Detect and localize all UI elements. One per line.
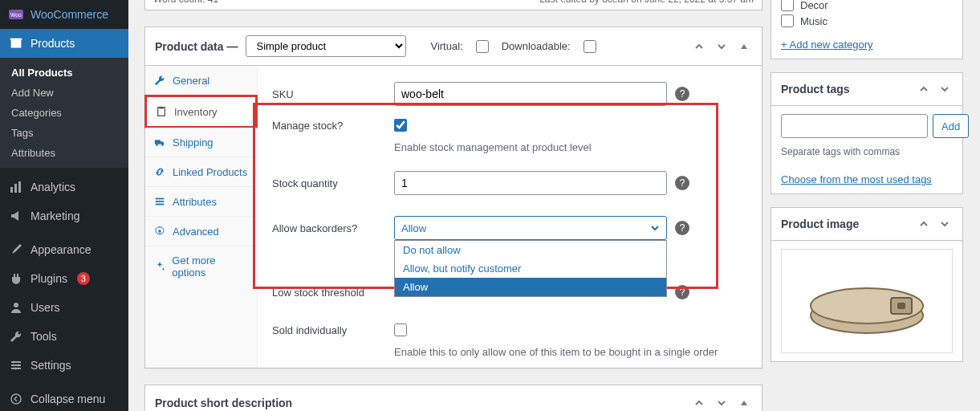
editor-status-bar: Word count: 41 Last edited by ocean on J… [144,0,762,10]
backorders-option-allow[interactable]: Allow [395,278,666,296]
tab-general[interactable]: General [145,66,257,96]
category-checkbox[interactable] [781,14,794,27]
svg-rect-5 [14,184,17,193]
tab-attributes[interactable]: Attributes [145,187,257,217]
virtual-label: Virtual: [430,40,462,52]
product-data-panel: Product data — Simple product Virtual: D… [144,26,762,368]
tab-get-more-options[interactable]: Get more options [145,246,257,287]
choose-used-tags-link[interactable]: Choose from the most used tags [781,173,932,185]
sidebar-label: Plugins [30,272,67,285]
sidebar-item-woocommerce[interactable]: Woo WooCommerce [0,0,128,29]
sidebar-item-plugins[interactable]: Plugins 3 [0,264,128,293]
caret-up-icon[interactable] [736,395,752,411]
backorders-select[interactable]: Allow [394,216,667,240]
tab-linked-products[interactable]: Linked Products [145,157,257,187]
inventory-panel: SKU ? Manage stock? Enable stock managem… [258,66,762,368]
backorders-option-do-not-allow[interactable]: Do not allow [395,241,666,259]
help-icon[interactable]: ? [675,221,689,235]
category-item-decor[interactable]: Decor [781,0,953,13]
tab-inventory[interactable]: Inventory [144,95,258,128]
virtual-checkbox[interactable] [476,40,489,53]
tab-shipping[interactable]: Shipping [145,128,257,157]
submenu-add-new[interactable]: Add New [0,83,128,103]
short-description-panel: Product short description Add Media [144,385,762,411]
products-submenu: All Products Add New Categories Tags Att… [0,58,128,168]
svg-point-19 [161,144,164,146]
product-image-thumbnail[interactable] [781,249,953,353]
sidebar-label: Collapse menu [30,393,105,405]
tab-advanced[interactable]: Advanced [145,217,257,246]
tab-label: Get more options [172,254,249,279]
chevron-up-icon[interactable] [691,395,707,411]
submenu-attributes[interactable]: Attributes [0,143,128,163]
sku-input[interactable] [394,82,667,106]
svg-point-23 [158,230,161,233]
panel-title: Product image [781,218,859,230]
submenu-categories[interactable]: Categories [0,103,128,123]
svg-rect-20 [156,198,165,200]
panel-header: Product image [771,208,962,241]
svg-text:Woo: Woo [10,12,22,18]
product-type-select[interactable]: Simple product [246,35,406,57]
admin-sidebar: Woo WooCommerce Products All Products Ad… [0,0,128,411]
sold-individually-row: Sold individually [272,317,747,343]
chevron-up-icon[interactable] [916,81,932,97]
sidebar-item-analytics[interactable]: Analytics [0,173,128,201]
add-tag-button[interactable]: Add [933,114,969,138]
panel-collapse-controls [691,39,752,55]
svg-rect-22 [156,204,165,206]
backorders-option-allow-notify[interactable]: Allow, but notify customer [395,259,666,278]
chevron-down-icon[interactable] [937,81,953,97]
chevron-down-icon[interactable] [714,39,730,55]
category-checkbox[interactable] [781,0,794,11]
submenu-all-products[interactable]: All Products [0,63,128,83]
sold-individually-label: Sold individually [272,324,384,336]
low-stock-label: Low stock threshold [272,287,384,299]
chevron-down-icon[interactable] [937,216,953,232]
help-icon[interactable]: ? [675,176,689,190]
sidebar-collapse[interactable]: Collapse menu [0,385,128,411]
product-data-tabs: General Inventory Shipping [145,66,258,368]
sku-label: SKU [272,88,384,100]
tab-label: Advanced [173,226,219,238]
help-icon[interactable]: ? [675,87,689,101]
tab-label: Shipping [173,136,213,149]
link-icon [153,165,166,178]
submenu-tags[interactable]: Tags [0,123,128,143]
category-item-music[interactable]: Music [781,13,953,29]
chevron-down-icon[interactable] [714,395,730,411]
chevron-up-icon[interactable] [691,39,707,55]
sku-row: SKU ? [272,75,747,112]
caret-up-icon[interactable] [736,39,752,55]
svg-rect-16 [159,107,163,109]
categories-panel-partial: Decor Music + Add new category [771,0,963,59]
svg-point-14 [11,394,21,404]
add-new-category-link[interactable]: + Add new category [781,39,873,51]
product-tags-panel: Product tags Add Separate tags with comm… [771,72,963,194]
backorders-selected-value: Allow [401,222,426,234]
manage-stock-row: Manage stock? [272,112,747,138]
sidebar-item-appearance[interactable]: Appearance [0,235,128,264]
word-count: Word count: 41 [153,0,218,5]
sold-individually-checkbox[interactable] [394,324,407,336]
svg-point-12 [18,364,20,367]
stock-qty-label: Stock quantity [272,177,384,189]
product-image-panel: Product image [771,207,963,362]
help-icon[interactable]: ? [675,285,689,299]
chevron-up-icon[interactable] [916,216,932,232]
main-content: Word count: 41 Last edited by ocean on J… [128,0,980,411]
downloadable-checkbox[interactable] [584,40,596,53]
stock-qty-input[interactable] [394,171,667,195]
tab-label: Inventory [174,106,217,118]
backorders-label: Allow backorders? [272,222,384,234]
sparkle-icon [153,260,165,273]
tag-input[interactable] [781,114,928,138]
sidebar-item-tools[interactable]: Tools [0,322,128,351]
sidebar-item-marketing[interactable]: Marketing [0,201,128,230]
sidebar-label: WooCommerce [30,8,108,21]
manage-stock-label: Manage stock? [272,120,384,132]
manage-stock-checkbox[interactable] [394,119,407,132]
sidebar-item-users[interactable]: Users [0,293,128,322]
sidebar-item-settings[interactable]: Settings [0,351,128,380]
sidebar-item-products[interactable]: Products [0,29,128,58]
